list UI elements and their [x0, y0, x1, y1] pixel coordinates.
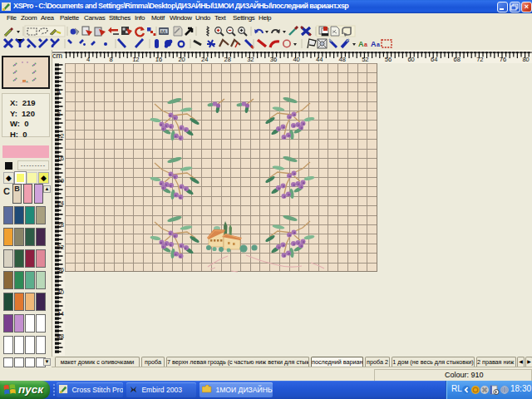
svg-text:28: 28	[224, 56, 231, 63]
svg-text:48: 48	[339, 56, 346, 63]
svg-text:16: 16	[57, 155, 64, 162]
svg-text:8: 8	[57, 111, 61, 118]
svg-text:20: 20	[178, 56, 185, 63]
svg-text:A: A	[358, 40, 364, 48]
svg-text:a: a	[377, 42, 380, 47]
svg-text:32: 32	[57, 244, 64, 251]
svg-text:72: 72	[476, 56, 483, 63]
svg-text:68: 68	[454, 56, 461, 63]
svg-text:12: 12	[57, 132, 64, 140]
svg-text:36: 36	[270, 56, 277, 63]
svg-text:80: 80	[522, 56, 529, 63]
svg-text:24: 24	[201, 56, 208, 63]
svg-text:8: 8	[110, 56, 113, 63]
svg-text:56: 56	[385, 56, 392, 63]
svg-text:a: a	[364, 42, 367, 47]
svg-text:36: 36	[57, 266, 64, 273]
svg-text:28: 28	[57, 221, 64, 229]
svg-text:40: 40	[57, 288, 64, 296]
svg-text:44: 44	[57, 310, 64, 318]
svg-text:32: 32	[247, 56, 254, 63]
svg-text:52: 52	[362, 56, 368, 63]
svg-text:12: 12	[132, 56, 139, 63]
svg-text:60: 60	[407, 56, 414, 63]
svg-text:16: 16	[155, 56, 162, 63]
svg-text:4: 4	[57, 88, 61, 96]
svg-text:48: 48	[57, 332, 64, 340]
svg-text:76: 76	[500, 56, 506, 63]
svg-text:44: 44	[316, 56, 323, 63]
svg-text:20: 20	[57, 177, 64, 185]
svg-text:40: 40	[293, 56, 299, 63]
svg-text:64: 64	[431, 56, 437, 63]
svg-text:AA: AA	[160, 29, 166, 34]
svg-text:A: A	[371, 40, 377, 48]
svg-text:4: 4	[86, 56, 90, 63]
svg-text:24: 24	[57, 200, 64, 207]
